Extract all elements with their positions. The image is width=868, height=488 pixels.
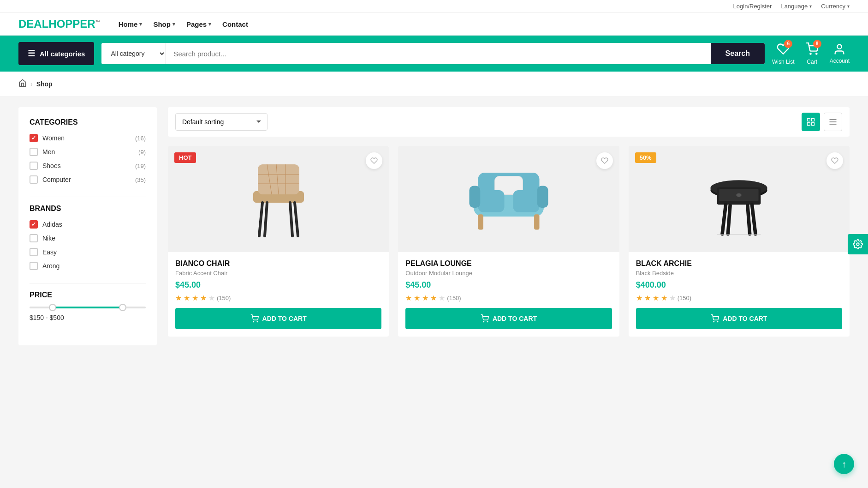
svg-rect-12 [258,164,299,194]
category-select[interactable]: All category Furniture Electronics Cloth… [101,43,166,64]
wishlist-badge: 6 [784,40,792,48]
price-range-label: $150 - $500 [30,314,146,321]
wishlist-label: Wish List [772,59,795,65]
nav-contact[interactable]: Contact [222,20,248,28]
list-view-button[interactable] [824,113,842,131]
account-label: Account [830,58,850,64]
language-dropdown[interactable]: Language ▾ [781,3,812,10]
product-subtitle-3: Black Bedside [636,270,842,277]
sofa-svg [465,157,553,241]
svg-rect-30 [537,186,548,208]
search-input[interactable] [166,43,710,64]
price-slider-right-thumb[interactable] [119,304,126,311]
pages-chevron-icon: ▾ [208,21,211,27]
brands-section: BRANDS Adidas Nike Easy [30,205,146,270]
wishlist-btn-2[interactable] [596,152,613,169]
product-info-1: BIANCO CHAIR Fabric Accent Chair $45.00 … [168,252,389,337]
search-button[interactable]: Search [711,43,765,64]
product-image-3: 50% [629,146,850,252]
logo-tm: ™ [95,19,100,24]
breadcrumb: › Shop [0,72,868,96]
product-price-1: $45.00 [175,280,381,290]
category-women-checkbox[interactable] [30,134,38,142]
nav-home[interactable]: Home ▾ [119,20,143,28]
brand-nike[interactable]: Nike [30,234,146,242]
wishlist-btn-1[interactable] [366,152,382,169]
breadcrumb-home-link[interactable] [18,79,27,89]
add-to-cart-3[interactable]: ADD TO CART [636,308,842,329]
svg-line-43 [748,205,750,234]
wishlist-btn-3[interactable] [826,152,843,169]
category-women[interactable]: Women (16) [30,134,146,142]
product-image-1: HOT [168,146,389,252]
nav-shop[interactable]: Shop ▾ [153,20,175,28]
table-svg [702,157,776,241]
product-card-2: PELAGIA LOUNGE Outdoor Modular Lounge $4… [398,146,619,337]
shop-chevron-icon: ▾ [172,21,175,27]
sidebar: CATEGORIES Women (16) Men (9) Shoes [18,107,157,345]
add-to-cart-1[interactable]: ADD TO CART [175,308,381,329]
category-men[interactable]: Men (9) [30,148,146,156]
grid-view-button[interactable] [802,113,820,131]
header: DEALHOPPER™ Home ▾ Shop ▾ Pages ▾ Contac… [0,13,868,36]
product-stars-2: ★ ★ ★ ★ ★ (150) [405,294,612,302]
top-bar: Login/Register Language ▾ Currency ▾ [0,0,868,13]
categories-title: CATEGORIES [30,118,146,127]
svg-line-18 [259,203,262,236]
brand-easy-checkbox[interactable] [30,248,38,256]
svg-rect-27 [478,190,504,212]
product-price-3: $400.00 [636,280,842,290]
brand-nike-checkbox[interactable] [30,234,38,242]
brand-easy[interactable]: Easy [30,248,146,256]
product-name-2: PELAGIA LOUNGE [405,259,612,268]
price-slider-left-thumb[interactable] [49,304,56,311]
product-name-3: BLACK ARCHIE [636,259,842,268]
breadcrumb-separator: › [30,80,33,88]
all-categories-button[interactable]: ☰ All categories [18,42,94,65]
product-subtitle-2: Outdoor Modular Lounge [405,270,612,277]
add-to-cart-2[interactable]: ADD TO CART [405,308,612,329]
products-area: Default sorting Price: Low to High Price… [168,107,850,345]
price-slider[interactable] [30,307,146,308]
currency-chevron-icon: ▾ [847,4,850,9]
svg-line-40 [722,205,726,234]
category-shoes-checkbox[interactable] [30,162,38,170]
main-nav: Home ▾ Shop ▾ Pages ▾ Contact [119,20,248,28]
svg-point-22 [253,321,254,322]
nav-pages[interactable]: Pages ▾ [186,20,211,28]
svg-line-21 [290,203,292,236]
svg-point-47 [856,243,859,246]
svg-line-20 [265,203,267,236]
settings-fab[interactable] [848,234,868,254]
svg-point-34 [487,321,488,322]
wishlist-button[interactable]: 6 Wish List [772,42,795,65]
brand-adidas[interactable]: Adidas [30,220,146,229]
logo[interactable]: DEALHOPPER™ [18,18,100,30]
sort-select[interactable]: Default sorting Price: Low to High Price… [175,113,268,131]
category-computer-checkbox[interactable] [30,175,38,184]
cart-label: Cart [807,59,817,65]
category-men-checkbox[interactable] [30,148,38,156]
svg-rect-29 [469,186,480,208]
currency-dropdown[interactable]: Currency ▾ [821,3,850,10]
product-price-2: $45.00 [405,280,612,290]
account-button[interactable]: Account [830,43,850,64]
product-card-3: 50% [629,146,850,337]
product-image-2 [398,146,619,252]
view-toggle [802,113,842,131]
brand-adidas-checkbox[interactable] [30,220,38,229]
svg-rect-4 [812,119,814,121]
cart-badge: 8 [813,40,821,48]
product-info-2: PELAGIA LOUNGE Outdoor Modular Lounge $4… [398,252,619,337]
brand-arong[interactable]: Arong [30,262,146,270]
home-chevron-icon: ▾ [139,21,142,27]
main-content: CATEGORIES Women (16) Men (9) Shoes [0,96,868,356]
product-name-1: BIANCO CHAIR [175,259,381,268]
brand-arong-checkbox[interactable] [30,262,38,270]
category-shoes[interactable]: Shoes (19) [30,162,146,170]
svg-point-45 [713,321,714,322]
cart-button[interactable]: 8 Cart [806,42,819,65]
svg-point-2 [838,45,842,49]
login-register-link[interactable]: Login/Register [733,3,772,10]
category-computer[interactable]: Computer (35) [30,175,146,184]
